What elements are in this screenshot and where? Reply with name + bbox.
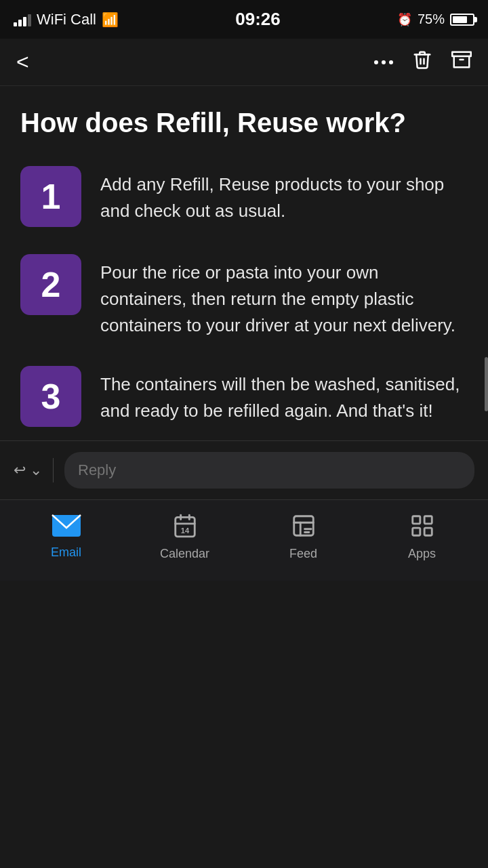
feed-icon — [291, 513, 317, 543]
svg-rect-16 — [424, 528, 432, 535]
tab-calendar-label: Calendar — [160, 547, 209, 561]
step-number-2: 2 — [20, 254, 81, 315]
steps-list: 1 Add any Refill, Reuse products to your… — [20, 166, 468, 427]
more-button[interactable] — [374, 60, 393, 64]
tab-apps-label: Apps — [408, 547, 436, 561]
reply-divider — [53, 458, 54, 482]
svg-rect-13 — [412, 516, 420, 524]
tab-feed[interactable]: Feed — [244, 513, 363, 561]
svg-rect-8 — [293, 516, 313, 536]
svg-rect-15 — [412, 528, 420, 535]
alarm-icon: ⏰ — [397, 12, 412, 27]
page-title: How does Refill, Reuse work? — [20, 106, 468, 139]
tab-feed-label: Feed — [289, 547, 317, 561]
reply-nav: ↩ ⌄ — [14, 461, 42, 479]
step-text-1: Add any Refill, Reuse products to your s… — [100, 166, 468, 224]
step-number-3: 3 — [20, 366, 81, 427]
wifi-icon: 📶 — [102, 12, 119, 28]
status-left: WiFi Call 📶 — [14, 11, 119, 28]
calendar-icon: 14 — [172, 513, 198, 543]
step-text-2: Pour the rice or pasta into your own con… — [100, 254, 468, 339]
battery-icon — [450, 14, 474, 26]
svg-rect-14 — [424, 516, 432, 524]
tab-email-label: Email — [51, 545, 81, 560]
tab-apps[interactable]: Apps — [363, 513, 481, 561]
clock: 09:26 — [235, 9, 281, 30]
scrollbar[interactable] — [485, 357, 488, 411]
tab-bar: Email 14 Calendar Feed — [0, 499, 488, 581]
status-bar: WiFi Call 📶 09:26 ⏰ 75% — [0, 0, 488, 39]
svg-rect-0 — [452, 52, 471, 56]
nav-bar: < — [0, 39, 488, 86]
email-icon — [52, 514, 81, 541]
nav-chevron-down[interactable]: ⌄ — [30, 461, 42, 479]
status-right: ⏰ 75% — [397, 12, 474, 27]
reply-bar: ↩ ⌄ — [0, 440, 488, 499]
delete-button[interactable] — [412, 49, 432, 75]
carrier-label: WiFi Call — [37, 11, 96, 28]
apps-icon — [409, 513, 435, 543]
step-number-1: 1 — [20, 166, 81, 227]
prev-message-button[interactable]: ↩ — [14, 461, 26, 479]
step-item-3: 3 The containers will then be washed, sa… — [20, 366, 468, 427]
nav-actions — [374, 49, 472, 75]
step-item-2: 2 Pour the rice or pasta into your own c… — [20, 254, 468, 339]
signal-icon — [14, 13, 31, 26]
battery-pct: 75% — [418, 12, 445, 27]
main-content: How does Refill, Reuse work? 1 Add any R… — [0, 86, 488, 440]
step-item-1: 1 Add any Refill, Reuse products to your… — [20, 166, 468, 227]
reply-input[interactable] — [64, 452, 474, 489]
back-button[interactable]: < — [16, 49, 29, 75]
tab-calendar[interactable]: 14 Calendar — [125, 513, 244, 561]
tab-email[interactable]: Email — [7, 514, 125, 560]
archive-button[interactable] — [451, 49, 472, 75]
step-text-3: The containers will then be washed, sani… — [100, 366, 468, 424]
svg-text:14: 14 — [180, 526, 189, 535]
